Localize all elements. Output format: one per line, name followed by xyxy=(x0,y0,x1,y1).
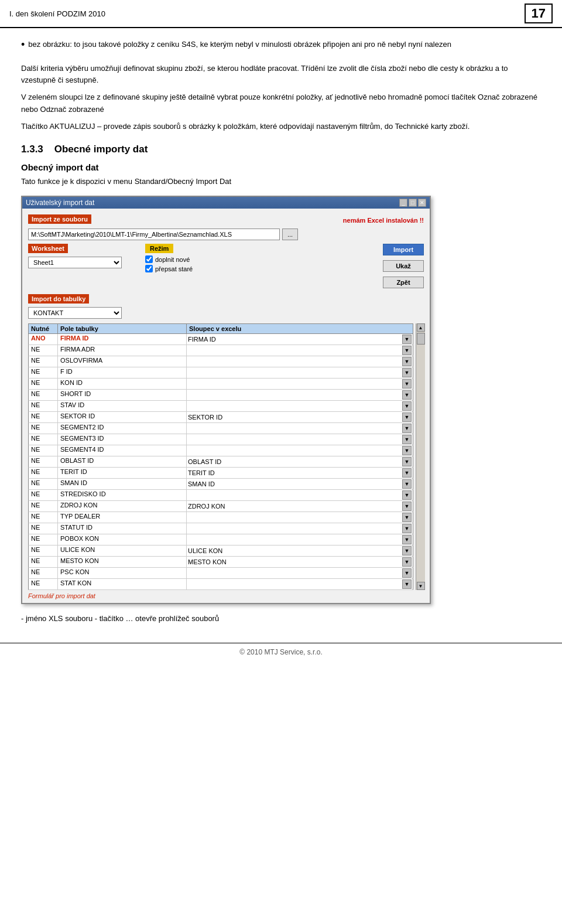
subsection-heading: Obecný import dat xyxy=(21,162,541,172)
prepsat-label: přepsat staré xyxy=(155,265,193,272)
pole-value: OBLAST ID xyxy=(58,456,187,467)
dropdown-arrow[interactable]: ▼ xyxy=(402,412,412,422)
nutne-value: NE xyxy=(31,490,40,497)
table-row: NE FIRMA ADR ▼ xyxy=(28,345,413,356)
doplnit-label: doplnit nové xyxy=(155,256,190,263)
nutne-value: NE xyxy=(31,390,40,397)
pole-value: SEGMENT4 ID xyxy=(58,445,187,456)
pole-value: STAT KON xyxy=(58,579,187,589)
table-row: NE MESTO KON MESTO KON ▼ xyxy=(28,557,413,568)
col-header-nutne: Nutné xyxy=(29,324,58,333)
page-number: 17 xyxy=(525,4,553,23)
dropdown-arrow[interactable]: ▼ xyxy=(402,346,412,355)
pole-value: OSLOVFIRMA xyxy=(58,356,187,367)
scroll-down-arrow[interactable]: ▼ xyxy=(417,582,425,590)
import-button[interactable]: Import xyxy=(383,244,424,255)
maximize-button[interactable]: □ xyxy=(409,199,417,207)
bullet-text-1: bez obrázku: to jsou takové položky z ce… xyxy=(28,39,451,52)
prepsat-checkbox[interactable] xyxy=(145,265,153,272)
dropdown-arrow[interactable]: ▼ xyxy=(402,468,412,478)
dropdown-arrow[interactable]: ▼ xyxy=(402,357,412,366)
table-row: NE SEGMENT3 ID ▼ xyxy=(28,434,413,445)
table-rows-container: ANO FIRMA ID FIRMA ID ▼ NE FIRMA ADR ▼ N… xyxy=(28,334,413,590)
section-number: 1.3.3 xyxy=(21,144,43,155)
dropdown-arrow[interactable]: ▼ xyxy=(402,457,412,466)
dropdown-arrow[interactable]: ▼ xyxy=(402,401,412,411)
page-footer: © 2010 MTJ Service, s.r.o. xyxy=(0,643,562,661)
dropdown-arrow[interactable]: ▼ xyxy=(402,502,412,511)
bullet-dot: • xyxy=(21,39,25,52)
table-row: NE OBLAST ID OBLAST ID ▼ xyxy=(28,456,413,468)
table-row: NE SEGMENT2 ID ▼ xyxy=(28,423,413,434)
dropdown-arrow[interactable]: ▼ xyxy=(402,379,412,388)
table-header: Nutné Pole tabulky Sloupec v excelu xyxy=(28,323,413,334)
dropdown-arrow[interactable]: ▼ xyxy=(402,490,412,500)
table-row: NE STAV ID ▼ xyxy=(28,401,413,412)
nutne-value: NE xyxy=(31,435,40,442)
pole-value: TYP DEALER xyxy=(58,512,187,523)
nutne-value: NE xyxy=(31,368,40,375)
right-buttons: Import Ukaž Zpět xyxy=(383,244,424,291)
doplnit-checkbox[interactable] xyxy=(145,255,153,263)
browse-button[interactable]: ... xyxy=(282,229,298,240)
dropdown-arrow[interactable]: ▼ xyxy=(402,568,412,578)
sloupec-value: ULICE KON xyxy=(188,547,401,554)
filepath-input[interactable] xyxy=(28,229,280,240)
dropdown-arrow[interactable]: ▼ xyxy=(402,513,412,522)
table-scrollbar[interactable]: ▲ ▼ xyxy=(416,323,425,590)
sloupec-value: SEKTOR ID xyxy=(188,414,401,421)
dropdown-arrow[interactable]: ▼ xyxy=(402,435,412,444)
zpet-button[interactable]: Zpět xyxy=(383,277,424,288)
dropdown-arrow[interactable]: ▼ xyxy=(402,479,412,489)
dropdown-arrow[interactable]: ▼ xyxy=(402,446,412,455)
tabulky-select[interactable]: KONTAKT xyxy=(28,307,122,319)
ukaz-button[interactable]: Ukaž xyxy=(383,260,424,272)
pole-value: POBOX KON xyxy=(58,534,187,545)
table-row: NE SEKTOR ID SEKTOR ID ▼ xyxy=(28,412,413,423)
dialog-titlebar: Uživatelský import dat _ □ ✕ xyxy=(22,197,430,209)
bottom-text: - jméno XLS souboru - tlačítko … otevře … xyxy=(21,612,541,625)
paragraph-2: V zeleném sloupci lze z definované skupi… xyxy=(21,91,541,116)
nutne-value: NE xyxy=(31,346,40,353)
minimize-button[interactable]: _ xyxy=(399,199,407,207)
dropdown-arrow[interactable]: ▼ xyxy=(402,524,412,533)
dialog-caption: Formulář pro import dat xyxy=(28,592,424,599)
table-row: NE SEGMENT4 ID ▼ xyxy=(28,445,413,456)
pole-value: TERIT ID xyxy=(58,468,187,478)
sloupec-value: TERIT ID xyxy=(188,469,401,476)
nutne-value: NE xyxy=(31,468,40,475)
doplnit-row: doplnit nové xyxy=(145,255,193,263)
dialog-wrapper: Uživatelský import dat _ □ ✕ Import ze s… xyxy=(21,196,541,604)
nutne-value: NE xyxy=(31,479,40,486)
worksheet-select[interactable]: Sheet1 xyxy=(28,257,122,268)
intro-text: Tato funkce je k dispozici v menu Standa… xyxy=(21,176,541,188)
nutne-value: ANO xyxy=(31,335,45,342)
dropdown-arrow[interactable]: ▼ xyxy=(402,535,412,544)
prepsat-row: přepsat staré xyxy=(145,265,193,272)
dropdown-arrow[interactable]: ▼ xyxy=(402,390,412,400)
sloupec-value: FIRMA ID xyxy=(188,336,401,343)
scroll-up-arrow[interactable]: ▲ xyxy=(417,323,425,332)
nutne-value: NE xyxy=(31,357,40,364)
dropdown-arrow[interactable]: ▼ xyxy=(402,579,412,589)
filepath-row: ... xyxy=(28,229,424,240)
pole-value: ULICE KON xyxy=(58,545,187,556)
table-row: NE PSC KON ▼ xyxy=(28,568,413,579)
nutne-value: NE xyxy=(31,557,40,564)
pole-value: SEKTOR ID xyxy=(58,412,187,422)
dropdown-arrow[interactable]: ▼ xyxy=(402,368,412,377)
dialog-body: Import ze souboru nemám Excel instalován… xyxy=(22,209,430,603)
paragraph-1: Další kriteria výběru umožňují definovat… xyxy=(21,63,541,87)
table-row: NE SHORT ID ▼ xyxy=(28,390,413,401)
page-title: I. den školení PODZIM 2010 xyxy=(9,9,105,18)
dropdown-arrow[interactable]: ▼ xyxy=(402,335,412,344)
dialog-titlebar-controls: _ □ ✕ xyxy=(399,199,426,207)
scroll-thumb[interactable] xyxy=(417,333,425,345)
dropdown-arrow[interactable]: ▼ xyxy=(402,424,412,433)
dropdown-arrow[interactable]: ▼ xyxy=(402,557,412,567)
dropdown-arrow[interactable]: ▼ xyxy=(402,546,412,555)
import-ze-souboru-label: Import ze souboru xyxy=(28,214,91,224)
pole-value: FIRMA ID xyxy=(58,334,187,345)
table-row: NE TYP DEALER ▼ xyxy=(28,512,413,523)
close-button[interactable]: ✕ xyxy=(418,199,426,207)
